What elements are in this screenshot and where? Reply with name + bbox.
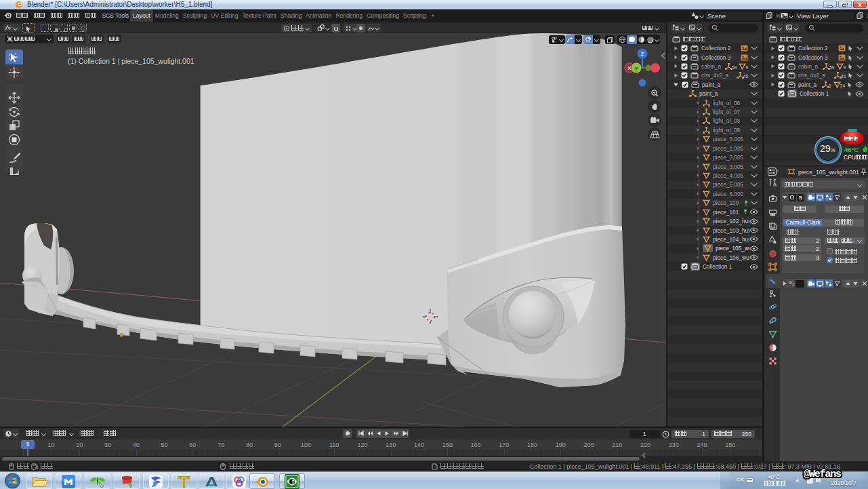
svg-text:Y: Y bbox=[634, 66, 638, 72]
svg-text:Z: Z bbox=[641, 51, 644, 57]
svg-text:X: X bbox=[627, 65, 632, 71]
